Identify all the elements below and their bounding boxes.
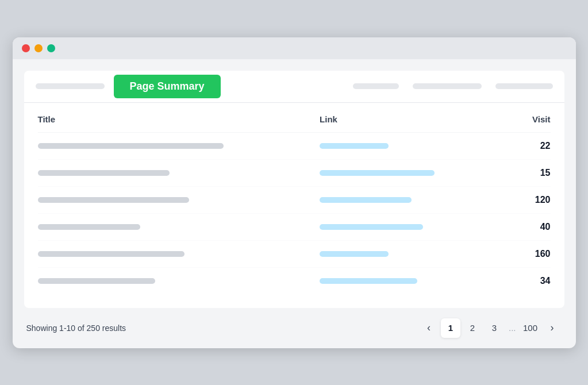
page-button-3[interactable]: 3 — [485, 318, 504, 338]
cell-link — [320, 186, 499, 213]
link-pill — [320, 251, 389, 257]
cell-title — [38, 267, 320, 294]
cell-link — [320, 159, 499, 186]
title-pill — [38, 143, 224, 149]
cell-title — [38, 132, 320, 159]
cell-title — [38, 159, 320, 186]
cell-link — [320, 132, 499, 159]
link-pill — [320, 170, 435, 176]
col-header-visit: Visit — [499, 114, 550, 133]
table-row: 40 — [38, 213, 551, 240]
prev-page-button[interactable]: ‹ — [419, 318, 439, 338]
tab-bar: Page Summary — [24, 71, 564, 103]
app-window: Page Summary Title — [13, 37, 576, 348]
maximize-button[interactable] — [47, 44, 55, 52]
title-pill — [38, 278, 155, 284]
table-row: 15 — [38, 159, 551, 186]
cell-link — [320, 267, 499, 294]
cell-title — [38, 186, 320, 213]
minimize-button[interactable] — [34, 44, 43, 52]
pagination-info: Showing 1-10 of 250 results — [26, 324, 126, 333]
cell-visit: 22 — [499, 132, 550, 159]
tab-placeholder-1 — [36, 83, 105, 89]
tab-page-summary[interactable]: Page Summary — [114, 75, 221, 98]
page-button-2[interactable]: 2 — [463, 318, 482, 338]
tab-placeholder-2 — [353, 83, 399, 89]
content-area: Page Summary Title — [13, 59, 576, 348]
table-row: 160 — [38, 240, 551, 267]
data-table: Title Link Visit — [38, 114, 551, 294]
cell-visit: 120 — [499, 186, 550, 213]
col-header-link: Link — [320, 114, 499, 133]
tab-placeholder-4 — [495, 83, 553, 89]
table-row: 120 — [38, 186, 551, 213]
title-bar — [13, 37, 576, 59]
title-pill — [38, 170, 170, 176]
main-card: Page Summary Title — [24, 71, 564, 308]
page-button-last[interactable]: 100 — [521, 318, 540, 338]
tab-page-summary-label: Page Summary — [130, 80, 205, 92]
cell-visit: 34 — [499, 267, 550, 294]
cell-visit: 15 — [499, 159, 550, 186]
pagination-bar: Showing 1-10 of 250 results ‹ 1 2 3 ... … — [24, 308, 564, 348]
cell-visit: 40 — [499, 213, 550, 240]
title-pill — [38, 224, 141, 230]
next-page-button[interactable]: › — [543, 318, 562, 338]
close-button[interactable] — [22, 44, 30, 52]
title-pill — [38, 251, 185, 257]
link-pill — [320, 278, 417, 284]
link-pill — [320, 197, 412, 203]
tab-placeholder-3 — [413, 83, 482, 89]
pagination-controls: ‹ 1 2 3 ... 100 › — [419, 318, 562, 338]
link-pill — [320, 224, 423, 230]
table-row: 22 — [38, 132, 551, 159]
table-row: 34 — [38, 267, 551, 294]
cell-title — [38, 240, 320, 267]
table-card: Title Link Visit — [24, 103, 564, 308]
title-pill — [38, 197, 190, 203]
col-header-title: Title — [38, 114, 320, 133]
cell-link — [320, 213, 499, 240]
cell-link — [320, 240, 499, 267]
pagination-dots: ... — [506, 323, 518, 333]
cell-visit: 160 — [499, 240, 550, 267]
page-button-1[interactable]: 1 — [441, 318, 460, 338]
link-pill — [320, 143, 389, 149]
cell-title — [38, 213, 320, 240]
